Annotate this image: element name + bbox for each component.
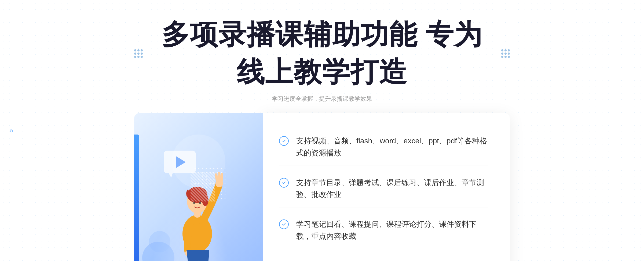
feature-text-1: 支持视频、音频、flash、word、excel、ppt、pdf等各种格式的资源… bbox=[296, 135, 488, 159]
header-title-row: 多项录播课辅助功能 专为线上教学打造 bbox=[134, 16, 510, 91]
feature-item-4: 互动弹幕、试听购买、微信分享、观看次数限制、学习进度跟踪、数据统计 bbox=[279, 253, 488, 261]
person-illustration bbox=[156, 151, 236, 261]
feature-text-3: 学习笔记回看、课程提问、课程评论打分、课件资料下载，重点内容收藏 bbox=[296, 218, 488, 243]
svg-point-7 bbox=[193, 202, 195, 204]
page-wrapper: » 多项录播课辅助功能 专为线上教学打造 学习进度全掌握，提升 bbox=[0, 0, 644, 261]
features-panel: 支持视频、音频、flash、word、excel、ppt、pdf等各种格式的资源… bbox=[263, 113, 510, 261]
content-area: 多项录播课辅助功能 专为线上教学打造 学习进度全掌握，提升录播课教学效果 bbox=[134, 16, 510, 261]
svg-point-8 bbox=[199, 202, 201, 204]
title-decoration-left bbox=[134, 49, 143, 58]
left-navigation-arrows[interactable]: » bbox=[9, 127, 14, 134]
check-circle-icon-2 bbox=[279, 178, 289, 188]
feature-text-2: 支持章节目录、弹题考试、课后练习、课后作业、章节测验、批改作业 bbox=[296, 177, 488, 201]
blue-accent-bar bbox=[134, 135, 139, 261]
page-subtitle: 学习进度全掌握，提升录播课教学效果 bbox=[134, 95, 510, 103]
main-content-area: 支持视频、音频、flash、word、excel、ppt、pdf等各种格式的资源… bbox=[134, 113, 510, 261]
feature-item-2: 支持章节目录、弹题考试、课后练习、课后作业、章节测验、批改作业 bbox=[279, 170, 488, 208]
illustration-panel bbox=[134, 113, 263, 261]
header-section: 多项录播课辅助功能 专为线上教学打造 学习进度全掌握，提升录播课教学效果 bbox=[134, 16, 510, 103]
check-circle-icon-1 bbox=[279, 136, 289, 146]
feature-item-3: 学习笔记回看、课程提问、课程评论打分、课件资料下载，重点内容收藏 bbox=[279, 212, 488, 249]
page-title: 多项录播课辅助功能 专为线上教学打造 bbox=[148, 16, 496, 91]
feature-text-4: 互动弹幕、试听购买、微信分享、观看次数限制、学习进度跟踪、数据统计 bbox=[296, 260, 488, 261]
title-decoration-right bbox=[501, 49, 510, 58]
check-circle-icon-3 bbox=[279, 219, 289, 229]
feature-item-1: 支持视频、音频、flash、word、excel、ppt、pdf等各种格式的资源… bbox=[279, 129, 488, 166]
stripe-decoration bbox=[191, 172, 215, 202]
chevron-left-icon: » bbox=[9, 127, 14, 134]
